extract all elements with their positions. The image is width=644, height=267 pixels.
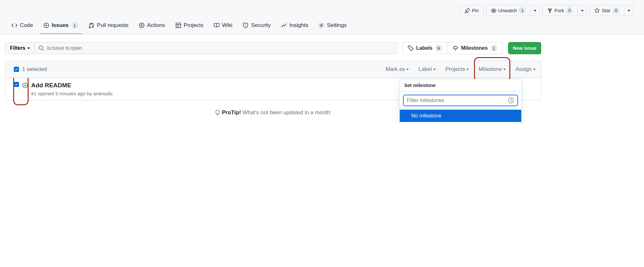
milestone-filter-input[interactable] [407,98,508,103]
tab-settings[interactable]: Settings [315,19,350,34]
projects-filter-label: Projects [445,66,465,73]
mark-as-label: Mark as [386,66,405,73]
issues-header: 1 selected Mark as Label Projects Milest… [5,61,541,78]
unwatch-caret-button[interactable] [531,5,540,16]
new-issue-button[interactable]: New issue [508,42,541,54]
label-filter[interactable]: Label [418,66,436,73]
milestone-filter[interactable]: Milestone [479,66,506,73]
check-icon [15,68,18,71]
fork-button[interactable]: Fork 0 [542,5,578,16]
projects-filter[interactable]: Projects [445,66,469,73]
assign-filter-label: Assign [515,66,532,73]
labels-button[interactable]: Labels 9 [403,42,447,54]
unwatch-label: Unwatch [498,7,517,14]
tab-label: Projects [184,22,203,29]
pin-label: Pin [472,7,479,14]
milestone-filter-label: Milestone [479,66,502,73]
check-icon [15,83,18,86]
tab-label: Pull requests [97,22,129,29]
lightbulb-icon [215,110,220,116]
tab-issues[interactable]: Issues 1 [40,19,82,34]
gear-icon [318,22,324,28]
new-issue-label: New issue [513,45,536,52]
issue-checkbox[interactable] [14,82,19,87]
star-label: Star [602,7,611,14]
star-button[interactable]: Star 0 [590,5,624,16]
tab-projects[interactable]: Projects [172,19,207,34]
play-icon [139,22,145,28]
pin-button[interactable]: Pin [460,5,484,16]
mark-as-filter[interactable]: Mark as [386,66,409,73]
select-all-checkbox[interactable] [14,67,19,72]
unwatch-count: 1 [519,7,526,14]
graph-icon [281,22,287,28]
svg-point-1 [45,25,47,26]
tab-label: Code [20,22,33,29]
fork-count: 0 [566,7,573,14]
caret-down-icon [406,69,409,70]
fork-label: Fork [554,7,564,14]
fork-caret-button[interactable] [578,5,587,16]
svg-point-6 [39,46,43,49]
dropdown-header: Set milestone [400,79,521,91]
assign-filter[interactable]: Assign [515,66,536,73]
svg-point-5 [321,25,322,26]
caret-down-icon [628,10,630,12]
svg-point-4 [245,26,246,27]
svg-point-2 [139,23,144,28]
svg-point-7 [409,47,410,47]
code-icon [12,22,17,28]
star-caret-button[interactable] [624,5,634,16]
milestone-option-none[interactable]: No milestone [400,110,521,122]
repo-actions: Pin Unwatch 1 Fork 0 Star 0 [0,0,644,19]
clock-icon [508,97,514,104]
filters-button[interactable]: Filters [5,42,35,54]
pin-icon [465,8,470,13]
unwatch-button[interactable]: Unwatch 1 [486,5,531,16]
pull-request-icon [89,22,94,28]
table-icon [175,22,181,28]
svg-rect-3 [176,23,181,28]
protip-label: ProTip! [222,109,241,116]
labels-count: 9 [435,45,442,52]
milestones-label: Milestones [461,45,488,51]
milestone-dropdown: Set milestone No milestone Tidy up docum… [399,79,522,124]
svg-point-10 [24,85,26,86]
tab-wiki[interactable]: Wiki [210,19,236,34]
eye-icon [491,8,496,13]
tab-security[interactable]: Security [239,19,274,34]
book-icon [214,22,219,28]
tab-insights[interactable]: Insights [277,19,312,34]
star-count: 0 [613,7,620,14]
caret-down-icon [27,47,30,49]
filters-label: Filters [10,45,25,51]
tab-label: Security [251,22,271,29]
labels-label: Labels [416,45,433,51]
tab-pulls[interactable]: Pull requests [85,19,132,34]
tab-label: Settings [327,22,346,29]
repo-nav: Code Issues 1 Pull requests Actions Proj… [0,19,644,34]
caret-down-icon [466,69,469,70]
milestones-button[interactable]: Milestones 1 [447,42,503,54]
issues-count: 1 [71,22,78,29]
fork-icon [547,8,552,13]
tab-code[interactable]: Code [8,19,37,34]
shield-icon [243,22,248,28]
milestone-option-tidy[interactable]: Tidy up documentation [400,122,521,124]
protip-text: What's not been updated in a month: [241,109,332,116]
milestone-icon [453,45,459,51]
issue-open-icon [22,82,28,88]
caret-down-icon [533,69,536,70]
tab-label: Wiki [222,22,232,29]
milestones-count: 1 [490,45,497,52]
tab-label: Actions [147,22,165,29]
issue-title-link[interactable]: Add README [31,82,71,89]
issue-opened-icon [43,22,49,28]
selected-count-text: 1 selected [22,66,47,73]
caret-down-icon [433,69,436,70]
tab-label: Insights [290,22,309,29]
label-filter-label: Label [418,66,432,73]
tab-actions[interactable]: Actions [135,19,169,34]
star-icon [595,8,600,13]
search-input[interactable] [35,42,397,54]
